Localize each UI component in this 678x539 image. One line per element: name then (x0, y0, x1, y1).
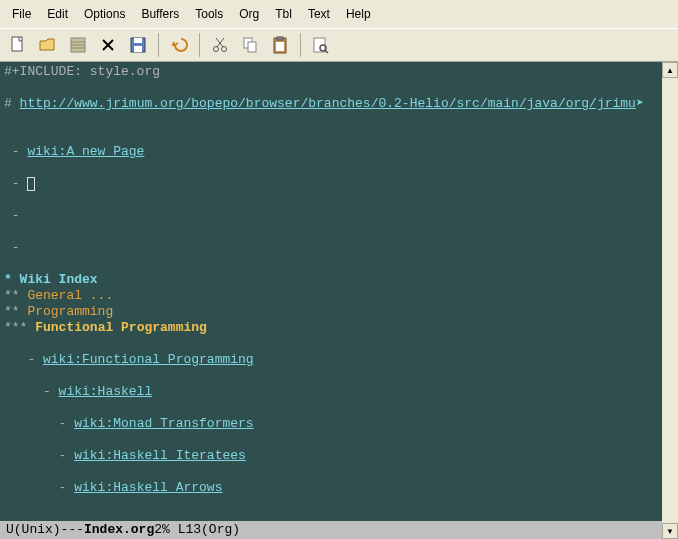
text-buffer[interactable]: #+INCLUDE: style.org # http://www.jrimum… (0, 62, 662, 539)
dired-icon[interactable] (64, 31, 92, 59)
menu-tbl[interactable]: Tbl (267, 3, 300, 25)
svg-rect-15 (248, 42, 256, 52)
search-icon[interactable] (307, 31, 335, 59)
svg-line-21 (325, 50, 328, 53)
scrollbar[interactable]: ▲ ▼ (662, 62, 678, 539)
status-position: 2% L13 (154, 521, 201, 539)
open-file-icon[interactable] (34, 31, 62, 59)
menu-edit[interactable]: Edit (39, 3, 76, 25)
scroll-down-icon[interactable]: ▼ (662, 523, 678, 539)
svg-rect-0 (12, 37, 22, 51)
menu-text[interactable]: Text (300, 3, 338, 25)
svg-point-10 (214, 47, 219, 52)
save-icon[interactable] (124, 31, 152, 59)
menu-org[interactable]: Org (231, 3, 267, 25)
scroll-up-icon[interactable]: ▲ (662, 62, 678, 78)
svg-line-12 (217, 38, 224, 47)
close-icon[interactable] (94, 31, 122, 59)
editor-area: #+INCLUDE: style.org # http://www.jrimum… (0, 62, 678, 539)
menubar: FileEditOptionsBuffersToolsOrgTblTextHel… (0, 0, 678, 28)
copy-icon[interactable] (236, 31, 264, 59)
status-filename: Index.org (84, 521, 154, 539)
menu-buffers[interactable]: Buffers (133, 3, 187, 25)
svg-rect-8 (134, 38, 142, 43)
svg-rect-18 (276, 42, 284, 51)
menu-tools[interactable]: Tools (187, 3, 231, 25)
menu-options[interactable]: Options (76, 3, 133, 25)
toolbar (0, 28, 678, 62)
svg-point-11 (222, 47, 227, 52)
svg-rect-9 (134, 46, 142, 52)
svg-rect-17 (277, 37, 283, 40)
separator (300, 33, 301, 57)
menu-help[interactable]: Help (338, 3, 379, 25)
mode-line: U(Unix)--- Index.org 2% L13 (Org) (0, 521, 662, 539)
status-mode: (Org) (201, 521, 240, 539)
status-coding: U(Unix)--- (6, 521, 84, 539)
scroll-track[interactable] (662, 78, 678, 523)
new-file-icon[interactable] (4, 31, 32, 59)
paste-icon[interactable] (266, 31, 294, 59)
separator (199, 33, 200, 57)
menu-file[interactable]: File (4, 3, 39, 25)
separator (158, 33, 159, 57)
undo-icon[interactable] (165, 31, 193, 59)
svg-line-13 (216, 38, 223, 47)
cut-icon[interactable] (206, 31, 234, 59)
